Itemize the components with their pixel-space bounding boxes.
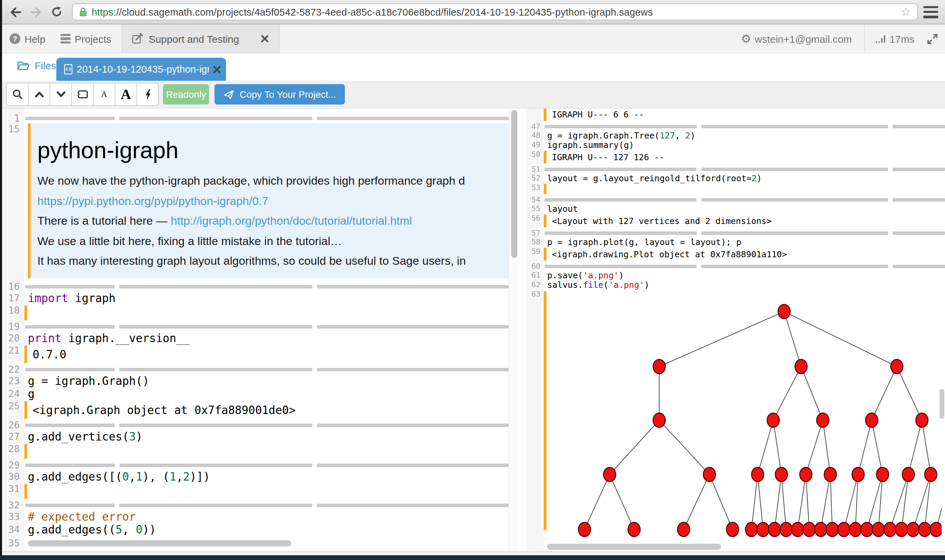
editor-toolbar-group: A A — [6, 83, 158, 106]
bottom-bar — [0, 555, 945, 560]
editor-row: 33# expected error — [2, 511, 519, 523]
decrease-font-button[interactable]: A — [93, 83, 115, 106]
files-button[interactable]: Files — [17, 60, 56, 71]
tree-node — [817, 413, 829, 427]
increase-font-button[interactable]: A — [115, 83, 137, 106]
cell-divider — [25, 503, 519, 507]
line-number: 51 — [526, 165, 544, 174]
forward-arrow-icon — [31, 8, 40, 16]
url-bar[interactable]: https://cloud.sagemath.com/projects/4a5f… — [72, 3, 918, 20]
line-number — [526, 109, 544, 122]
output-text: IGRAPH U--- 127 126 -- — [552, 152, 664, 162]
editor-row: 32 — [2, 500, 519, 511]
editor-row: 60 — [526, 262, 945, 271]
browser-reload-button[interactable] — [48, 3, 65, 21]
markdown-paragraph: There is a tutorial here — http://igraph… — [37, 211, 510, 231]
tree-node — [768, 522, 781, 537]
tree-node — [778, 305, 790, 319]
editor-row: 34g.add_edges((5, 0)) — [2, 523, 519, 536]
code-token: p = igraph.plot(g, layout = layout); p — [547, 238, 741, 247]
editor-row: 59<igraph.drawing.Plot object at 0x7fa88… — [526, 247, 945, 262]
tree-node — [876, 467, 889, 482]
code-line: p = igraph.plot(g, layout = layout); p — [544, 238, 945, 247]
file-tab-label: 2014-10-19-120435-python-igrap — [77, 64, 209, 75]
account-menu[interactable]: ⚙ wstein+1@gmail.com — [729, 25, 864, 53]
markdown-link[interactable]: http://igraph.org/python/doc/tutorial/tu… — [171, 214, 412, 228]
line-number: 60 — [526, 262, 544, 271]
jump-down-button[interactable] — [49, 83, 72, 106]
editor-toolbar: A A Readonly Copy To Your Project... — [2, 81, 945, 109]
cell-divider-row — [544, 231, 945, 234]
editor-row: 28 — [2, 443, 519, 460]
bookmark-star-icon[interactable]: ☆ — [901, 6, 911, 18]
tree-edge — [858, 420, 872, 474]
https-lock-icon — [79, 7, 88, 17]
tree-node — [800, 467, 812, 482]
tree-edge — [758, 474, 763, 529]
left-vertical-scrollbar[interactable] — [508, 109, 519, 551]
jump-up-button[interactable] — [28, 83, 50, 106]
tree-node — [916, 413, 928, 427]
code-token: ) — [619, 271, 624, 280]
tree-node — [896, 522, 908, 537]
connection-status[interactable]: 17ms — [864, 25, 925, 53]
tree-node — [866, 413, 878, 427]
file-tab-close-button[interactable] — [213, 66, 221, 73]
tree-node — [791, 522, 804, 537]
output-line: 0.7.0 — [25, 345, 519, 364]
markdown-link[interactable]: https://pypi.python.org/pypi/python-igra… — [37, 194, 268, 208]
editor-row: 15python-igraphWe now have the python-ig… — [2, 123, 519, 281]
search-button[interactable] — [6, 83, 29, 106]
tree-node — [919, 522, 931, 537]
code-token: ) — [644, 280, 649, 290]
code-token: g = igraph.Graph.Tree( — [547, 131, 660, 140]
line-number: 15 — [2, 123, 25, 134]
tree-edge — [774, 474, 781, 529]
fullscreen-button[interactable] — [925, 25, 945, 53]
cell-divider-row — [25, 503, 519, 507]
file-tab-active[interactable]: 2014-10-19-120435-python-igrap — [56, 58, 226, 81]
browser-forward-button[interactable] — [27, 3, 45, 21]
right-horizontal-scrollbar[interactable] — [547, 544, 721, 550]
editor-row: 61p.save('a.png') — [526, 271, 945, 280]
editor-row: 52layout = g.layout_reingold_tilford(roo… — [526, 174, 945, 183]
cell-divider — [25, 463, 519, 467]
back-arrow-icon — [12, 8, 20, 16]
code-token: 5 — [115, 523, 122, 536]
code-token: 3 — [129, 430, 136, 443]
nav-projects[interactable]: Projects — [53, 25, 119, 53]
close-tab-button[interactable] — [261, 35, 269, 43]
line-number: 50 — [526, 150, 544, 164]
code-token: )]) — [190, 471, 210, 483]
browser-back-button[interactable] — [7, 3, 25, 21]
editor-row: 55layout — [526, 204, 945, 214]
tree-node — [925, 467, 937, 482]
tree-node — [579, 522, 591, 537]
right-vertical-scrollbar[interactable] — [940, 389, 944, 419]
help-label: Help — [25, 33, 46, 45]
replace-button[interactable] — [137, 83, 159, 106]
code-line: print igraph.__version__ — [25, 332, 519, 345]
left-horizontal-scrollbar[interactable] — [28, 540, 291, 546]
nav-tab-support-and-testing[interactable]: Support and Testing — [122, 25, 280, 53]
tree-node — [861, 522, 873, 537]
editor-row: 31 — [2, 483, 519, 500]
markdown-paragraph: We now have the python-igraph package, w… — [37, 171, 510, 191]
editor-row: 24g — [2, 388, 519, 400]
editor-row: 63 — [526, 290, 945, 542]
readonly-button[interactable]: Readonly — [163, 84, 209, 105]
tree-edge — [773, 420, 781, 474]
scrollbar-thumb[interactable] — [511, 110, 517, 258]
tree-node — [884, 522, 896, 537]
line-number: 52 — [526, 174, 544, 183]
nav-help[interactable]: ? Help — [2, 25, 53, 53]
editor-pane-left[interactable]: 115python-igraphWe now have the python-i… — [2, 109, 519, 551]
browser-menu-icon[interactable] — [923, 5, 938, 18]
copy-to-project-button[interactable]: Copy To Your Project... — [214, 84, 345, 105]
code-token: , — [675, 131, 685, 140]
split-view-button[interactable] — [71, 83, 94, 106]
bottom-strip — [0, 551, 945, 555]
editor-row: 16 — [2, 281, 519, 292]
editor-pane-right[interactable]: gIGRAPH U--- 6 6 --4748g = igraph.Graph.… — [526, 109, 945, 551]
cell-divider — [545, 125, 945, 128]
